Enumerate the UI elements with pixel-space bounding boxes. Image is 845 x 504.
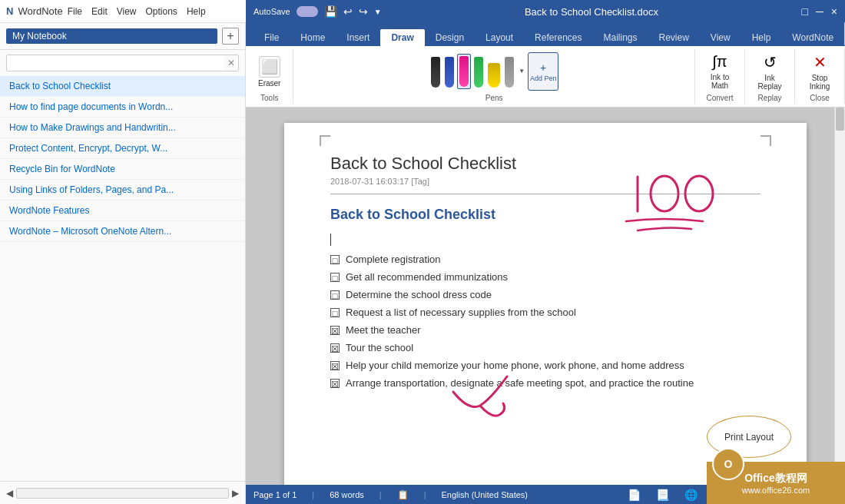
corner-tr [760, 135, 771, 146]
tab-design[interactable]: Design [425, 29, 475, 46]
sidebar-item-6[interactable]: WordNote Features [0, 201, 245, 221]
view-read-icon[interactable]: 📄 [628, 489, 641, 501]
tab-insert[interactable]: Insert [336, 29, 380, 46]
ribbon-group-tools: ⬜ Eraser Tools [246, 49, 293, 104]
corner-tl [320, 135, 330, 146]
word-count: 68 words [330, 490, 364, 499]
tab-mailings[interactable]: Mailings [592, 29, 648, 46]
ribbon-minimize-btn[interactable]: ─ [816, 5, 823, 18]
checkbox-4[interactable]: ☒ [330, 326, 340, 335]
checkbox-1[interactable]: □ [330, 273, 340, 282]
pen-pink-icon [459, 56, 469, 87]
add-pen-label: Add Pen [530, 75, 557, 82]
ribbon-restore-btn[interactable]: □ [801, 5, 807, 18]
sidebar-bottom: ◀ ▶ [0, 481, 245, 504]
tab-layout[interactable]: Layout [475, 29, 524, 46]
pen-gray[interactable] [503, 55, 515, 89]
checklist-text-5: Tour the school [346, 342, 413, 353]
ink-replay-btn[interactable]: ↺ InkReplay [753, 51, 787, 91]
autosave-toggle[interactable] [297, 6, 318, 17]
app-name: WordNote [18, 5, 62, 17]
pen-gray-icon [505, 57, 514, 88]
sidebar-item-0[interactable]: Back to School Checklist [0, 76, 245, 97]
convert-group-label: Convert [706, 92, 733, 102]
ribbon-group-pens: ▼ + Add Pen Pens [293, 49, 695, 104]
cursor [330, 234, 760, 254]
ink-to-math-label: Ink toMath [711, 73, 729, 90]
sidebar-item-1[interactable]: How to find page documents in Wordn... [0, 97, 245, 118]
page-status: Page 1 of 1 [254, 490, 297, 499]
office-logo-text: Office教程网 [744, 472, 807, 486]
scrollbar-thumb[interactable] [836, 108, 844, 131]
scrollbar-right[interactable] [834, 108, 845, 485]
replay-group-label: Replay [757, 92, 781, 102]
checklist-text-4: Meet the teacher [346, 324, 421, 336]
toolbar-dropdown[interactable]: ▼ [374, 8, 382, 16]
stop-inking-btn[interactable]: ✕ StopInking [803, 51, 837, 91]
ribbon-close-btn[interactable]: × [831, 5, 837, 18]
eraser-label: Eraser [258, 79, 280, 88]
menu-edit[interactable]: Edit [91, 6, 108, 17]
tab-view[interactable]: View [700, 29, 741, 46]
search-clear-btn[interactable]: ✕ [224, 56, 238, 70]
sidebar-next-btn[interactable]: ▶ [232, 488, 239, 499]
checkbox-2[interactable]: □ [330, 290, 340, 300]
pens-group-label: Pens [485, 92, 503, 102]
sidebar-prev-btn[interactable]: ◀ [6, 488, 13, 499]
pen-dropdown-arrow: ▼ [519, 68, 525, 75]
add-notebook-btn[interactable]: + [222, 28, 239, 45]
tab-references[interactable]: References [524, 29, 592, 46]
checkbox-5[interactable]: ☒ [330, 343, 340, 353]
sidebar-item-4[interactable]: Recycle Bin for WordNote [0, 159, 245, 180]
sidebar-item-2[interactable]: How to Make Drawings and Handwritin... [0, 118, 245, 138]
pens-row [429, 54, 515, 89]
pen-blue[interactable] [443, 55, 456, 89]
office-logo-url: www.office26.com [742, 486, 810, 495]
tab-wordnote[interactable]: WordNote [781, 29, 844, 46]
sidebar-item-5[interactable]: Using Links of Folders, Pages, and Pa... [0, 180, 245, 201]
checklist-text-1: Get all recommended immunizations [346, 271, 508, 283]
sidebar-item-3[interactable]: Protect Content, Encrypt, Decrypt, W... [0, 138, 245, 159]
checklist-text-3: Request a list of necessary supplies fro… [346, 307, 576, 318]
view-web-icon[interactable]: 🌐 [684, 489, 698, 501]
tab-help[interactable]: Help [741, 29, 782, 46]
eraser-btn[interactable]: ⬜ Eraser [254, 53, 285, 91]
tab-draw[interactable]: Draw [380, 29, 424, 46]
svg-text:O: O [724, 458, 733, 470]
ribbon-group-convert: ∫π Ink toMath Convert [695, 49, 745, 104]
tab-file[interactable]: File [254, 29, 290, 46]
checklist-item-2: □ Determine the school dress code [330, 289, 760, 300]
view-print-icon[interactable]: 📃 [656, 489, 669, 501]
menu-help[interactable]: Help [187, 6, 206, 17]
search-input[interactable] [7, 55, 224, 71]
stop-inking-icon: ✕ [814, 53, 827, 71]
checkbox-0[interactable]: □ [330, 255, 340, 264]
pen-pink[interactable] [457, 54, 471, 89]
add-pen-btn[interactable]: + Add Pen [528, 52, 558, 91]
language-status: English (United States) [442, 490, 529, 499]
pen-dropdown[interactable]: ▼ [519, 68, 525, 76]
tab-review[interactable]: Review [648, 29, 700, 46]
pen-black[interactable] [429, 55, 442, 89]
undo-btn[interactable]: ↩ [343, 5, 353, 18]
save-btn[interactable]: 💾 [324, 5, 337, 18]
menu-file[interactable]: File [68, 6, 82, 17]
pen-yellow[interactable] [486, 61, 502, 89]
checklist-text-6: Help your child memorize your home phone… [346, 360, 684, 371]
ink-to-math-btn[interactable]: ∫π Ink toMath [703, 51, 737, 91]
close-group-label: Close [810, 92, 830, 102]
menu-options[interactable]: Options [146, 6, 177, 17]
checkbox-6[interactable]: ☒ [330, 361, 340, 370]
checklist-item-0: □ Complete registration [330, 254, 760, 265]
sidebar-item-7[interactable]: WordNote – Microsoft OneNote Altern... [0, 221, 245, 242]
checklist-text-2: Determine the school dress code [346, 289, 492, 300]
checkbox-7[interactable]: ☒ [330, 379, 340, 388]
checkbox-3[interactable]: □ [330, 308, 340, 317]
tab-home[interactable]: Home [290, 29, 336, 46]
sidebar-scroll[interactable] [16, 488, 229, 499]
redo-btn[interactable]: ↪ [359, 5, 368, 18]
tools-group-label: Tools [260, 92, 278, 102]
pen-green[interactable] [472, 55, 485, 89]
menu-view[interactable]: View [117, 6, 137, 17]
doc-meta: 2018-07-31 16:03:17 [Tag] [330, 177, 760, 194]
